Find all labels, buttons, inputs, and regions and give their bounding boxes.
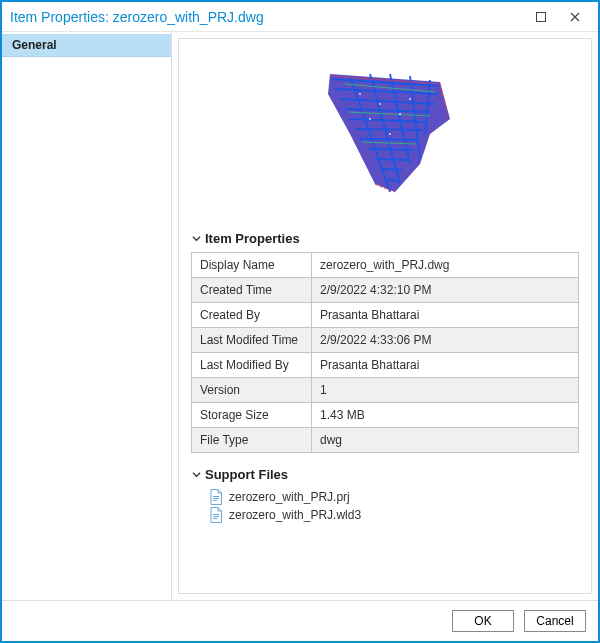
table-row: Created ByPrasanta Bhattarai: [192, 303, 579, 328]
svg-point-4: [389, 133, 391, 135]
file-name: zerozero_with_PRJ.wld3: [229, 508, 361, 522]
close-button[interactable]: [558, 3, 592, 31]
file-icon: [209, 489, 223, 505]
property-key: Last Modifed Time: [192, 328, 312, 353]
property-value: Prasanta Bhattarai: [312, 303, 579, 328]
property-value: zerozero_with_PRJ.dwg: [312, 253, 579, 278]
property-key: Created By: [192, 303, 312, 328]
property-value: 1.43 MB: [312, 403, 579, 428]
svg-rect-9: [213, 500, 217, 501]
svg-point-3: [399, 113, 401, 115]
section-header-label: Support Files: [205, 467, 288, 482]
property-key: Display Name: [192, 253, 312, 278]
section-header-item-properties[interactable]: Item Properties: [191, 231, 579, 246]
property-value: 2/9/2022 4:33:06 PM: [312, 328, 579, 353]
support-file-list: zerozero_with_PRJ.prjzerozero_with_PRJ.w…: [209, 488, 579, 524]
preview-map-icon: [290, 64, 480, 204]
chevron-down-icon: [191, 470, 201, 480]
content-area: General: [2, 32, 598, 601]
sidebar: General: [2, 32, 172, 600]
section-header-support-files[interactable]: Support Files: [191, 467, 579, 482]
svg-rect-0: [537, 12, 546, 21]
cancel-button[interactable]: Cancel: [524, 610, 586, 632]
table-row: Display Namezerozero_with_PRJ.dwg: [192, 253, 579, 278]
tab-general[interactable]: General: [2, 34, 171, 57]
property-key: Created Time: [192, 278, 312, 303]
table-row: Created Time2/9/2022 4:32:10 PM: [192, 278, 579, 303]
svg-rect-11: [213, 516, 219, 517]
maximize-button[interactable]: [524, 3, 558, 31]
svg-point-5: [369, 118, 371, 120]
properties-table: Display Namezerozero_with_PRJ.dwgCreated…: [191, 252, 579, 453]
svg-point-2: [379, 103, 381, 105]
file-name: zerozero_with_PRJ.prj: [229, 490, 350, 504]
dialog-footer: OK Cancel: [2, 601, 598, 641]
table-row: File Typedwg: [192, 428, 579, 453]
svg-rect-8: [213, 498, 219, 499]
svg-rect-10: [213, 514, 219, 515]
property-key: Last Modified By: [192, 353, 312, 378]
ok-button[interactable]: OK: [452, 610, 514, 632]
table-row: Last Modified ByPrasanta Bhattarai: [192, 353, 579, 378]
list-item[interactable]: zerozero_with_PRJ.prj: [209, 488, 579, 506]
svg-point-6: [409, 98, 411, 100]
table-row: Storage Size1.43 MB: [192, 403, 579, 428]
chevron-down-icon: [191, 234, 201, 244]
titlebar: Item Properties: zerozero_with_PRJ.dwg: [2, 2, 598, 32]
table-row: Last Modifed Time2/9/2022 4:33:06 PM: [192, 328, 579, 353]
maximize-icon: [536, 12, 546, 22]
property-key: File Type: [192, 428, 312, 453]
property-value: 1: [312, 378, 579, 403]
property-key: Storage Size: [192, 403, 312, 428]
section-header-label: Item Properties: [205, 231, 300, 246]
property-key: Version: [192, 378, 312, 403]
svg-point-1: [359, 93, 361, 95]
close-icon: [570, 12, 580, 22]
property-value: Prasanta Bhattarai: [312, 353, 579, 378]
table-row: Version1: [192, 378, 579, 403]
property-value: 2/9/2022 4:32:10 PM: [312, 278, 579, 303]
item-preview: [191, 49, 579, 219]
main-panel: Item Properties Display Namezerozero_wit…: [178, 38, 592, 594]
file-icon: [209, 507, 223, 523]
svg-rect-7: [213, 496, 219, 497]
svg-rect-12: [213, 518, 217, 519]
list-item[interactable]: zerozero_with_PRJ.wld3: [209, 506, 579, 524]
property-value: dwg: [312, 428, 579, 453]
window-title: Item Properties: zerozero_with_PRJ.dwg: [10, 9, 524, 25]
